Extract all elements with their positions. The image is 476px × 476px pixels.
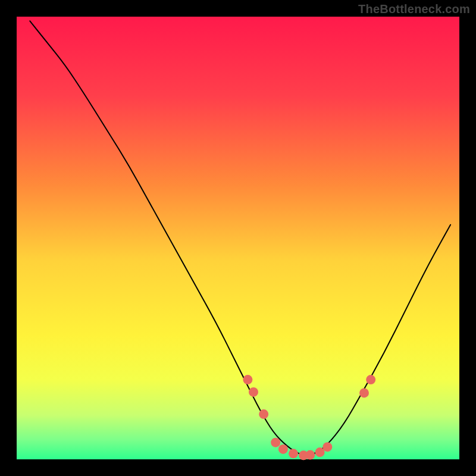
chart-stage: TheBottleneck.com [0, 0, 476, 476]
highlight-dot [259, 409, 268, 419]
highlight-dot [243, 375, 252, 384]
highlight-dot [289, 449, 298, 458]
highlight-dot [249, 387, 258, 397]
highlight-dot [271, 438, 280, 447]
bottleneck-chart [0, 0, 476, 476]
highlight-dot [305, 450, 315, 460]
highlight-dot [278, 444, 288, 454]
highlight-dot [366, 375, 375, 384]
plot-background [17, 17, 459, 459]
highlight-dot [359, 388, 369, 397]
highlight-dot [322, 442, 332, 452]
